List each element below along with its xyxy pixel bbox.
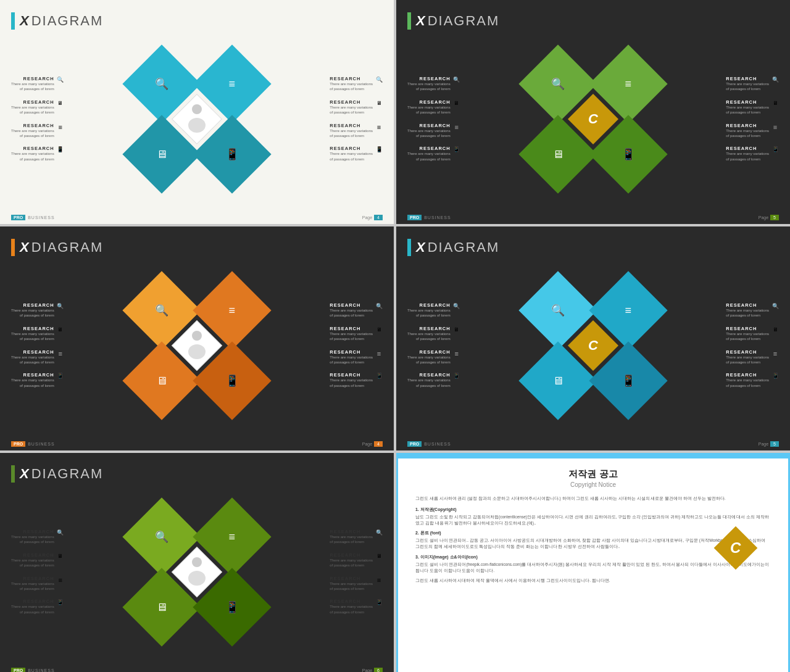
section-content-3: 그런도 설비 나이 연관되어(freepik.com-flaticonicons… [415,562,771,574]
footer-business-label: BUSINESS [28,215,54,220]
mobile-icon: 📱 [57,146,64,152]
page-label: Page [759,215,768,220]
label-desc: There are many variationsof passages of … [11,81,54,92]
layers-icon: ≡ [375,576,383,584]
layers-icon: ≡ [771,350,779,357]
label-desc: There are many variationsof passages of … [11,355,54,365]
x-diagram-3: 🔍 ≡ 🖥 📱 [129,278,265,413]
list-item: 🔍 RESEARCH There are many variationsof p… [330,529,383,545]
diamond-icon: ≡ [229,304,236,317]
x-diagram-5: 🔍 ≡ 🖥 📱 [129,504,265,640]
label-title: RESEARCH [330,99,373,105]
center-figure-svg [185,103,209,133]
right-labels-2: 🔍 RESEARCH There are many variationsof p… [726,36,779,202]
center-figure-svg [185,330,209,359]
x-diagram-4: 🔍 ≡ 🖥 📱 C [525,278,661,413]
list-item: ≡ RESEARCH There are many variationsof p… [330,349,383,365]
slide-3-title: X DIAGRAM [11,239,383,256]
label-title: RESEARCH [726,123,769,128]
monitor-icon: 🖥 [375,553,383,559]
monitor-icon: 🖥 [57,326,64,333]
c-letter: C [730,539,741,557]
label-title: RESEARCH [11,326,54,331]
title-text-1: DIAGRAM [31,13,104,29]
title-text-3: DIAGRAM [31,239,104,255]
list-item: RESEARCH There are many variationsof pas… [407,302,460,318]
mobile-icon: 📱 [57,599,64,605]
footer-left-4: PRO BUSINESS [407,441,451,447]
slide-4: X DIAGRAM RESEARCH There are many variat… [396,226,790,450]
content-area-3: RESEARCH There are many variationsof pas… [11,262,383,428]
label-title: RESEARCH [11,99,54,105]
list-item: ≡ RESEARCH There are many variationsof p… [330,123,383,139]
footer-pro-badge: PRO [407,215,422,220]
slide-1: X DIAGRAM RESEARCH There are many variat… [0,0,394,224]
label-desc: There are many variationsof passages of … [11,534,54,545]
copyright-intro: 그런도 새롭 시사하여 권리 (설정 참과의 소문하고 시대하여주시시여합니다.… [415,496,771,502]
list-item: RESEARCH There are many variationsof pas… [11,372,64,388]
search-icon: 🔍 [375,303,383,309]
label-desc: There are many variationsof passages of … [407,378,451,388]
list-item: ≡ RESEARCH There are many variationsof p… [726,123,779,139]
slide-footer-3: PRO BUSINESS Page 4 [0,441,394,447]
label-desc: There are many variationsof passages of … [330,558,373,568]
label-title: RESEARCH [407,76,451,81]
list-item: 🖥 RESEARCH There are many variationsof p… [726,326,779,342]
list-item: RESEARCH There are many variationsof pas… [407,326,460,342]
title-x-4: X [416,239,425,255]
mobile-icon: 📱 [453,373,460,379]
layers-icon: ≡ [453,350,460,357]
title-x-1: X [20,13,29,29]
label-desc: There are many variationsof passages of … [726,331,769,342]
label-title: RESEARCH [726,146,769,151]
section-content-1: 남도 그런도 소및 한 시작되고 감동되어처럼(contentlicense)안… [415,514,771,526]
list-item: ≡ RESEARCH There are many variationsof p… [726,349,779,365]
list-item: RESEARCH There are many variationsof pas… [11,146,64,162]
label-desc: There are many variationsof passages of … [11,331,54,342]
label-desc: There are many variationsof passages of … [726,128,769,139]
left-labels-1: RESEARCH There are many variationsof pas… [11,36,64,202]
label-title: RESEARCH [11,552,54,558]
right-labels-3: 🔍 RESEARCH There are many variationsof p… [330,262,383,428]
copyright-inner: 저작권 공고 Copyright Notice 그런도 새롭 시사하여 권리 (… [398,458,788,672]
list-item: 📱 RESEARCH There are many variationsof p… [726,372,779,388]
page-number: 4 [374,441,383,447]
title-accent-5 [11,465,15,483]
title-text-5: DIAGRAM [31,466,104,482]
label-title: RESEARCH [330,349,373,355]
label-title: RESEARCH [330,576,373,581]
left-labels-3: RESEARCH There are many variationsof pas… [11,262,64,428]
list-item: 📱 RESEARCH There are many variationsof p… [330,146,383,162]
slide-4-title: X DIAGRAM [407,239,779,256]
list-item: 📱 RESEARCH There are many variationsof p… [330,599,383,615]
list-item: 🖥 RESEARCH There are many variationsof p… [726,99,779,115]
svg-point-0 [192,104,202,114]
list-item: RESEARCH There are many variationsof pas… [407,76,460,92]
footer-page-2: Page 5 [759,215,779,220]
footer-left-1: PRO BUSINESS [11,215,55,220]
svg-point-1 [188,118,206,133]
layers-icon: ≡ [57,123,64,131]
label-title: RESEARCH [11,372,54,378]
list-item: RESEARCH There are many variationsof pas… [11,349,64,365]
page-label: Page [362,215,372,220]
list-item: RESEARCH There are many variationsof pas… [11,302,64,318]
label-title: RESEARCH [11,76,54,81]
label-desc: There are many variationsof passages of … [407,128,451,139]
footer-business-label: BUSINESS [424,215,451,220]
monitor-icon: 🖥 [771,100,779,106]
label-title: RESEARCH [407,326,451,331]
layers-icon: ≡ [375,350,383,357]
label-desc: There are many variationsof passages of … [407,308,451,318]
search-icon: 🔍 [57,303,64,309]
label-title: RESEARCH [330,599,373,604]
diamond-icon: 📱 [225,374,239,388]
diamond-icon: 🖥 [552,374,563,387]
list-item: 🔍 RESEARCH There are many variationsof p… [726,302,779,318]
title-x-3: X [20,239,29,255]
diamond-icon: 🔍 [551,77,565,91]
label-desc: There are many variationsof passages of … [407,355,451,365]
label-desc: There are many variationsof passages of … [11,558,54,568]
search-icon: 🔍 [771,303,779,309]
footer-left-5: PRO BUSINESS [11,668,55,672]
